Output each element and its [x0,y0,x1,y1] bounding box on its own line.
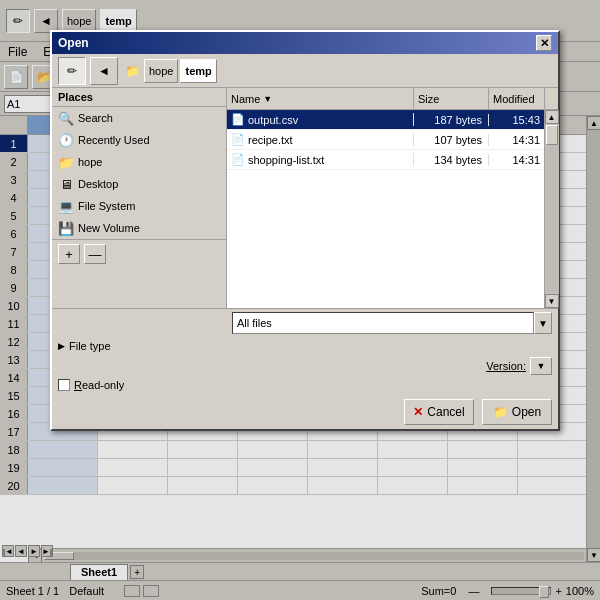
file-type-arrow: ▶ [58,341,65,351]
version-label: Version: [486,360,526,372]
places-search[interactable]: 🔍 Search [52,107,226,129]
files-panel: Name ▼ Size Modified [227,88,558,308]
open-dialog: Open ✕ ✏ ◄ 📁 hope temp [50,30,560,431]
readonly-row: Read-only [52,377,558,393]
file-size-3: 134 bytes [414,154,489,166]
dialog-edit-icon[interactable]: ✏ [58,57,86,85]
places-header: Places [52,88,226,107]
file-size-2: 107 bytes [414,134,489,146]
filter-text[interactable]: All files [232,312,534,334]
recently-used-icon: 🕐 [58,133,74,148]
file-row-1[interactable]: 📄 output.csv 187 bytes 15:43 [227,110,544,130]
file-type-row[interactable]: ▶ File type [52,337,558,355]
path-temp-seg[interactable]: temp [180,59,216,83]
dialog-path-crumbs: 📁 hope temp [122,59,217,83]
places-remove-btn[interactable]: — [84,244,106,264]
file-size-1: 187 bytes [414,114,489,126]
action-buttons: ✕ Cancel 📁 Open [52,393,558,429]
desktop-icon: 🖥 [58,177,74,192]
places-new-volume-label: New Volume [78,222,140,234]
file-row-3[interactable]: 📄 shopping-list.txt 134 bytes 14:31 [227,150,544,170]
files-scroll-thumb[interactable] [546,125,558,145]
files-header: Name ▼ Size Modified [227,88,558,110]
places-panel: Places 🔍 Search 🕐 Recently Used 📁 hope 🖥… [52,88,227,308]
places-hope[interactable]: 📁 hope [52,151,226,173]
places-recently-used-label: Recently Used [78,134,150,146]
file-modified-3: 14:31 [489,154,544,166]
readonly-checkbox[interactable] [58,379,70,391]
version-dropdown-btn[interactable]: ▼ [530,357,552,375]
file-modified-1: 15:43 [489,114,544,126]
dialog-title: Open [58,36,89,50]
file-type-label: File type [69,340,111,352]
cancel-button[interactable]: ✕ Cancel [404,399,474,425]
dialog-overlay: Open ✕ ✏ ◄ 📁 hope temp [0,0,600,600]
file-name-3: 📄 shopping-list.txt [227,153,414,166]
dialog-titlebar: Open ✕ [52,32,558,54]
places-recently-used[interactable]: 🕐 Recently Used [52,129,226,151]
search-icon: 🔍 [58,111,74,126]
dialog-back-btn[interactable]: ◄ [90,57,118,85]
places-bottom: + — [52,239,226,268]
files-scroll-up[interactable]: ▲ [545,110,559,124]
cancel-label: Cancel [427,405,464,419]
dialog-path-bar: ✏ ◄ 📁 hope temp [52,54,558,88]
version-row: Version: ▼ [52,355,558,377]
file-name-1: 📄 output.csv [227,113,414,126]
files-list: 📄 output.csv 187 bytes 15:43 [227,110,544,308]
dialog-main-content: Places 🔍 Search 🕐 Recently Used 📁 hope 🖥… [52,88,558,308]
col-size-header[interactable]: Size [414,88,489,109]
places-hope-label: hope [78,156,102,168]
places-filesystem-label: File System [78,200,135,212]
col-modified-header[interactable]: Modified [489,88,544,109]
readonly-label: Read-only [74,379,124,391]
dialog-close-btn[interactable]: ✕ [536,35,552,51]
files-scrollbar[interactable]: ▲ ▼ [544,110,558,308]
places-filesystem[interactable]: 💻 File System [52,195,226,217]
places-new-volume[interactable]: 💾 New Volume [52,217,226,239]
open-label: Open [512,405,541,419]
filesystem-icon: 💻 [58,199,74,214]
places-desktop-label: Desktop [78,178,118,190]
places-search-label: Search [78,112,113,124]
cancel-icon: ✕ [413,405,423,419]
open-button[interactable]: 📁 Open [482,399,552,425]
files-scroll-down[interactable]: ▼ [545,294,559,308]
file-modified-2: 14:31 [489,134,544,146]
file-row-2[interactable]: 📄 recipe.txt 107 bytes 14:31 [227,130,544,150]
filter-select-container: All files ▼ [232,312,552,334]
col-name-header[interactable]: Name ▼ [227,88,414,109]
volume-icon: 💾 [58,221,74,236]
files-content: 📄 output.csv 187 bytes 15:43 [227,110,558,308]
file-name-2: 📄 recipe.txt [227,133,414,146]
places-add-btn[interactable]: + [58,244,80,264]
folder-icon: 📁 [122,59,142,83]
path-hope-seg[interactable]: hope [144,59,178,83]
open-icon: 📁 [493,405,508,419]
files-scroll-track[interactable] [545,124,559,294]
files-scroll-header [544,88,558,109]
filter-row: All files ▼ [52,308,558,337]
places-desktop[interactable]: 🖥 Desktop [52,173,226,195]
filter-arrow[interactable]: ▼ [534,312,552,334]
hope-folder-icon: 📁 [58,155,74,170]
